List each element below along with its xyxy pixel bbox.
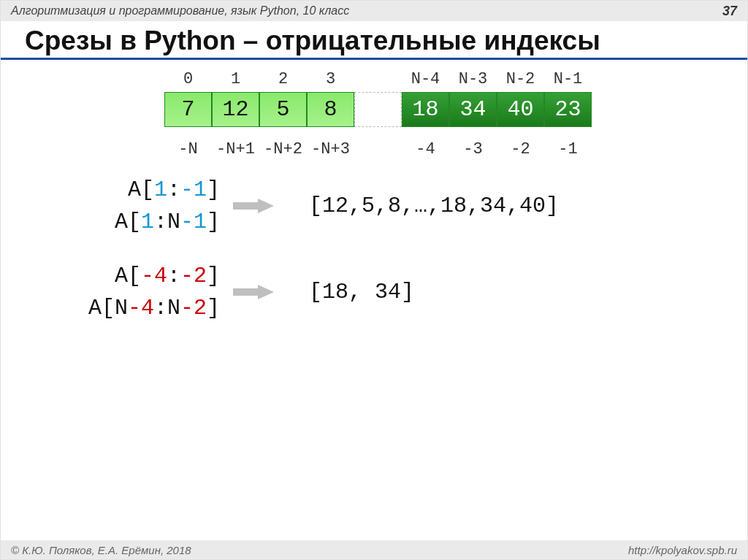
top-idx: 1 — [212, 70, 259, 88]
bot-idx-gap — [354, 140, 402, 158]
top-index-row: 0 1 2 3 N-4 N-3 N-2 N-1 — [164, 70, 639, 88]
top-idx-gap — [354, 70, 402, 88]
top-idx: N-3 — [449, 70, 497, 88]
slice-result-2: [18, 34] — [309, 280, 414, 304]
array-cell: 23 — [544, 92, 592, 127]
top-idx: N-1 — [544, 70, 592, 88]
top-idx: N-2 — [497, 70, 544, 88]
bot-idx: -N+1 — [212, 140, 259, 158]
slide-header: Алгоритмизация и программирование, язык … — [1, 1, 747, 21]
array-cell: 34 — [449, 92, 497, 127]
top-idx: N-4 — [402, 70, 449, 88]
slice-expr-2b: A[N-4:N-2] — [59, 292, 220, 324]
title-underline — [1, 58, 747, 60]
example-2: A[-4:-2] A[N-4:N-2] [18, 34] — [59, 260, 559, 324]
bot-idx: -N — [164, 140, 212, 158]
slide-title: Срезы в Python – отрицательные индексы — [1, 21, 747, 58]
array-cell: 7 — [164, 92, 212, 127]
svg-marker-0 — [233, 199, 274, 213]
bot-idx: -4 — [402, 140, 449, 158]
slice-result-1: [12,5,8,…,18,34,40] — [309, 193, 559, 218]
svg-marker-1 — [233, 285, 274, 299]
array-gap — [354, 92, 402, 127]
array-cell: 12 — [212, 92, 259, 127]
slide-footer: © К.Ю. Поляков, Е.А. Ерёмин, 2018 http:/… — [1, 540, 747, 559]
array-cell: 5 — [259, 92, 307, 127]
array-row: 7 12 5 8 18 34 40 23 — [164, 92, 639, 127]
top-idx: 3 — [307, 70, 354, 88]
array-cell: 8 — [307, 92, 354, 127]
page-number: 37 — [722, 4, 737, 19]
example-1: A[1:-1] A[1:N-1] [12,5,8,…,18,34,40] — [59, 174, 559, 238]
bot-idx: -N+2 — [259, 140, 307, 158]
bottom-index-row: -N -N+1 -N+2 -N+3 -4 -3 -2 -1 — [164, 140, 639, 158]
footer-copyright: © К.Ю. Поляков, Е.А. Ерёмин, 2018 — [11, 544, 191, 556]
arrow-icon — [233, 280, 274, 304]
slice-expr-1a: A[1:-1] — [59, 174, 220, 206]
bot-idx: -N+3 — [307, 140, 354, 158]
header-subject: Алгоритмизация и программирование, язык … — [11, 4, 349, 18]
footer-url: http://kpolyakov.spb.ru — [628, 544, 737, 556]
array-cell: 40 — [497, 92, 544, 127]
bot-idx: -1 — [544, 140, 592, 158]
arrow-icon — [233, 193, 274, 218]
array-cell: 18 — [402, 92, 449, 127]
slice-expr-2a: A[-4:-2] — [59, 260, 220, 292]
top-idx: 2 — [259, 70, 307, 88]
slice-expr-1b: A[1:N-1] — [59, 206, 220, 238]
bot-idx: -3 — [449, 140, 497, 158]
bot-idx: -2 — [497, 140, 544, 158]
top-idx: 0 — [164, 70, 212, 88]
